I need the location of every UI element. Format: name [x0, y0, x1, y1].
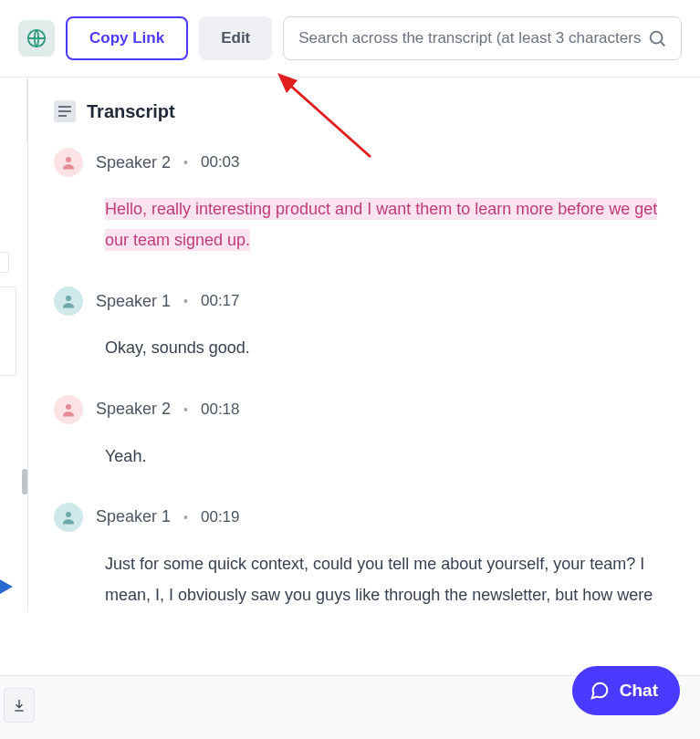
- svg-point-7: [66, 296, 71, 301]
- transcript-entry: Speaker 1•00:17Okay, sounds good.: [54, 286, 676, 363]
- avatar: [54, 395, 83, 424]
- avatar: [54, 286, 83, 316]
- separator-dot: •: [183, 294, 188, 308]
- entry-header: Speaker 1•00:19: [54, 503, 676, 532]
- speaker-name[interactable]: Speaker 2: [96, 400, 171, 419]
- edit-button[interactable]: Edit: [199, 16, 272, 60]
- transcript-entries: Speaker 2•00:03Hello, really interesting…: [54, 148, 676, 611]
- svg-point-6: [66, 157, 71, 162]
- svg-point-1: [651, 32, 663, 44]
- search-icon[interactable]: [641, 22, 674, 55]
- left-rail: [0, 78, 27, 608]
- separator-dot: •: [183, 510, 188, 525]
- entry-header: Speaker 2•00:18: [54, 395, 676, 424]
- svg-line-2: [661, 42, 664, 46]
- svg-rect-5: [58, 115, 67, 117]
- avatar: [54, 148, 83, 177]
- timestamp[interactable]: 00:18: [201, 401, 240, 419]
- app-logo: [18, 20, 55, 57]
- copy-link-button[interactable]: Copy Link: [66, 16, 188, 60]
- entry-text[interactable]: Hello, really interesting product and I …: [105, 193, 676, 255]
- speaker-name[interactable]: Speaker 1: [96, 292, 171, 311]
- separator-dot: •: [183, 402, 188, 417]
- entry-header: Speaker 2•00:03: [54, 148, 676, 177]
- highlighted-text: Hello, really interesting product and I …: [105, 198, 657, 251]
- separator-dot: •: [183, 155, 188, 170]
- search-field[interactable]: [283, 16, 682, 60]
- transcript-entry: Speaker 2•00:03Hello, really interesting…: [54, 148, 676, 255]
- play-icon: [0, 578, 13, 595]
- timestamp[interactable]: 00:03: [201, 153, 240, 172]
- entry-text[interactable]: Yeah.: [105, 441, 676, 472]
- speaker-name[interactable]: Speaker 2: [96, 153, 171, 172]
- entry-text[interactable]: Okay, sounds good.: [105, 332, 676, 363]
- chat-label: Chat: [620, 681, 658, 701]
- timestamp[interactable]: 00:17: [201, 292, 240, 310]
- download-button[interactable]: [4, 688, 35, 723]
- avatar: [54, 503, 83, 532]
- entry-header: Speaker 1•00:17: [54, 286, 676, 316]
- footer: Chat: [0, 611, 700, 739]
- top-bar: Copy Link Edit: [0, 0, 700, 78]
- timestamp[interactable]: 00:19: [201, 508, 240, 526]
- globe-icon: [26, 28, 47, 48]
- svg-point-9: [66, 512, 71, 517]
- section-title: Transcript: [87, 101, 175, 122]
- entry-text[interactable]: Just for some quick context, could you t…: [105, 548, 676, 611]
- section-header: Transcript: [54, 100, 676, 122]
- search-input[interactable]: [298, 29, 641, 47]
- transcript-panel: Transcript Speaker 2•00:03Hello, really …: [27, 78, 700, 611]
- scrollbar-thumb[interactable]: [22, 469, 27, 494]
- chat-button[interactable]: Chat: [572, 666, 680, 715]
- svg-point-8: [66, 404, 71, 410]
- download-icon: [12, 698, 26, 713]
- chat-icon: [589, 680, 611, 702]
- svg-rect-4: [58, 110, 71, 112]
- transcript-icon: [54, 100, 76, 122]
- svg-rect-3: [58, 106, 71, 108]
- transcript-entry: Speaker 1•00:19Just for some quick conte…: [54, 503, 676, 611]
- transcript-entry: Speaker 2•00:18Yeah.: [54, 395, 676, 472]
- speaker-name[interactable]: Speaker 1: [96, 507, 171, 526]
